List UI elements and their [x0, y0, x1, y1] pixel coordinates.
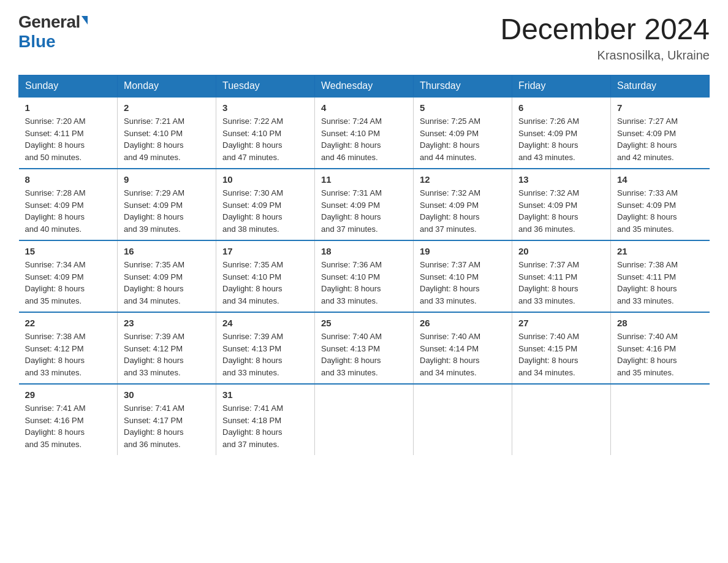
day-info: Sunrise: 7:36 AM Sunset: 4:10 PM Dayligh…	[321, 259, 407, 307]
calendar-week-row: 29Sunrise: 7:41 AM Sunset: 4:16 PM Dayli…	[19, 384, 710, 455]
days-of-week-row: SundayMondayTuesdayWednesdayThursdayFrid…	[19, 75, 710, 98]
logo-blue-text: Blue	[18, 32, 56, 52]
day-number: 27	[518, 318, 604, 328]
day-info: Sunrise: 7:29 AM Sunset: 4:09 PM Dayligh…	[124, 187, 210, 235]
calendar-week-row: 8Sunrise: 7:28 AM Sunset: 4:09 PM Daylig…	[19, 169, 710, 240]
day-number: 19	[420, 246, 506, 256]
day-info: Sunrise: 7:32 AM Sunset: 4:09 PM Dayligh…	[420, 187, 506, 235]
day-info: Sunrise: 7:32 AM Sunset: 4:09 PM Dayligh…	[518, 187, 604, 235]
day-number: 22	[25, 318, 112, 328]
calendar-week-row: 22Sunrise: 7:38 AM Sunset: 4:12 PM Dayli…	[19, 312, 710, 384]
calendar-day-cell: 15Sunrise: 7:34 AM Sunset: 4:09 PM Dayli…	[19, 240, 118, 312]
day-of-week-header: Saturday	[611, 75, 710, 98]
day-of-week-header: Friday	[512, 75, 611, 98]
day-number: 26	[420, 318, 506, 328]
day-number: 12	[420, 174, 506, 185]
day-of-week-header: Tuesday	[216, 75, 315, 98]
calendar-day-cell: 22Sunrise: 7:38 AM Sunset: 4:12 PM Dayli…	[19, 312, 118, 384]
day-info: Sunrise: 7:24 AM Sunset: 4:10 PM Dayligh…	[321, 115, 407, 163]
calendar-week-row: 15Sunrise: 7:34 AM Sunset: 4:09 PM Dayli…	[19, 240, 710, 312]
day-number: 9	[124, 174, 210, 185]
calendar-day-cell: 8Sunrise: 7:28 AM Sunset: 4:09 PM Daylig…	[19, 169, 118, 240]
day-number: 30	[124, 389, 210, 400]
logo-general-text: General	[18, 12, 80, 32]
calendar-day-cell: 24Sunrise: 7:39 AM Sunset: 4:13 PM Dayli…	[216, 312, 315, 384]
day-info: Sunrise: 7:20 AM Sunset: 4:11 PM Dayligh…	[25, 115, 112, 163]
day-number: 25	[321, 318, 407, 328]
calendar-header: SundayMondayTuesdayWednesdayThursdayFrid…	[19, 75, 710, 98]
day-number: 28	[617, 318, 703, 328]
day-number: 24	[222, 318, 308, 328]
day-number: 21	[617, 246, 703, 256]
logo-triangle-icon	[82, 16, 88, 25]
day-number: 23	[124, 318, 210, 328]
day-number: 2	[124, 102, 210, 113]
day-info: Sunrise: 7:33 AM Sunset: 4:09 PM Dayligh…	[617, 187, 703, 235]
day-info: Sunrise: 7:41 AM Sunset: 4:18 PM Dayligh…	[222, 402, 308, 450]
day-number: 16	[124, 246, 210, 256]
calendar-day-cell: 4Sunrise: 7:24 AM Sunset: 4:10 PM Daylig…	[315, 97, 414, 169]
day-number: 29	[25, 389, 112, 400]
day-number: 20	[518, 246, 604, 256]
day-info: Sunrise: 7:35 AM Sunset: 4:09 PM Dayligh…	[124, 259, 210, 307]
day-info: Sunrise: 7:39 AM Sunset: 4:12 PM Dayligh…	[124, 331, 210, 378]
calendar-day-cell: 1Sunrise: 7:20 AM Sunset: 4:11 PM Daylig…	[19, 97, 118, 169]
day-info: Sunrise: 7:40 AM Sunset: 4:14 PM Dayligh…	[420, 331, 506, 378]
day-number: 4	[321, 102, 407, 113]
calendar-day-cell: 6Sunrise: 7:26 AM Sunset: 4:09 PM Daylig…	[512, 97, 611, 169]
calendar-day-cell: 18Sunrise: 7:36 AM Sunset: 4:10 PM Dayli…	[315, 240, 414, 312]
day-number: 18	[321, 246, 407, 256]
day-number: 17	[222, 246, 308, 256]
location-text: Krasnosilka, Ukraine	[500, 48, 710, 63]
calendar-day-cell	[315, 384, 414, 455]
day-info: Sunrise: 7:40 AM Sunset: 4:15 PM Dayligh…	[518, 331, 604, 378]
day-info: Sunrise: 7:22 AM Sunset: 4:10 PM Dayligh…	[222, 115, 308, 163]
calendar-week-row: 1Sunrise: 7:20 AM Sunset: 4:11 PM Daylig…	[19, 97, 710, 169]
day-info: Sunrise: 7:26 AM Sunset: 4:09 PM Dayligh…	[518, 115, 604, 163]
day-info: Sunrise: 7:37 AM Sunset: 4:10 PM Dayligh…	[420, 259, 506, 307]
day-info: Sunrise: 7:35 AM Sunset: 4:10 PM Dayligh…	[222, 259, 308, 307]
calendar-day-cell	[512, 384, 611, 455]
calendar-day-cell: 21Sunrise: 7:38 AM Sunset: 4:11 PM Dayli…	[611, 240, 710, 312]
day-info: Sunrise: 7:21 AM Sunset: 4:10 PM Dayligh…	[124, 115, 210, 163]
calendar-day-cell: 3Sunrise: 7:22 AM Sunset: 4:10 PM Daylig…	[216, 97, 315, 169]
calendar-day-cell: 10Sunrise: 7:30 AM Sunset: 4:09 PM Dayli…	[216, 169, 315, 240]
calendar-day-cell: 12Sunrise: 7:32 AM Sunset: 4:09 PM Dayli…	[414, 169, 512, 240]
day-info: Sunrise: 7:28 AM Sunset: 4:09 PM Dayligh…	[25, 187, 112, 235]
calendar-day-cell: 28Sunrise: 7:40 AM Sunset: 4:16 PM Dayli…	[611, 312, 710, 384]
day-info: Sunrise: 7:41 AM Sunset: 4:17 PM Dayligh…	[124, 402, 210, 450]
calendar-day-cell: 2Sunrise: 7:21 AM Sunset: 4:10 PM Daylig…	[118, 97, 216, 169]
logo: General Blue	[18, 12, 88, 52]
day-number: 7	[617, 102, 703, 113]
day-number: 3	[222, 102, 308, 113]
calendar-table: SundayMondayTuesdayWednesdayThursdayFrid…	[18, 75, 710, 455]
calendar-day-cell: 23Sunrise: 7:39 AM Sunset: 4:12 PM Dayli…	[118, 312, 216, 384]
day-number: 31	[222, 389, 308, 400]
calendar-day-cell: 20Sunrise: 7:37 AM Sunset: 4:11 PM Dayli…	[512, 240, 611, 312]
calendar-day-cell	[611, 384, 710, 455]
day-info: Sunrise: 7:25 AM Sunset: 4:09 PM Dayligh…	[420, 115, 506, 163]
day-info: Sunrise: 7:38 AM Sunset: 4:12 PM Dayligh…	[25, 331, 112, 378]
month-year-title: December 2024	[500, 12, 710, 46]
calendar-day-cell: 26Sunrise: 7:40 AM Sunset: 4:14 PM Dayli…	[414, 312, 512, 384]
day-of-week-header: Wednesday	[315, 75, 414, 98]
day-number: 14	[617, 174, 703, 185]
day-info: Sunrise: 7:38 AM Sunset: 4:11 PM Dayligh…	[617, 259, 703, 307]
day-info: Sunrise: 7:31 AM Sunset: 4:09 PM Dayligh…	[321, 187, 407, 235]
day-info: Sunrise: 7:30 AM Sunset: 4:09 PM Dayligh…	[222, 187, 308, 235]
calendar-day-cell: 17Sunrise: 7:35 AM Sunset: 4:10 PM Dayli…	[216, 240, 315, 312]
day-of-week-header: Monday	[118, 75, 216, 98]
day-number: 13	[518, 174, 604, 185]
calendar-day-cell: 13Sunrise: 7:32 AM Sunset: 4:09 PM Dayli…	[512, 169, 611, 240]
day-number: 8	[25, 174, 112, 185]
calendar-day-cell: 29Sunrise: 7:41 AM Sunset: 4:16 PM Dayli…	[19, 384, 118, 455]
day-info: Sunrise: 7:37 AM Sunset: 4:11 PM Dayligh…	[518, 259, 604, 307]
page-header: General Blue December 2024 Krasnosilka, …	[18, 12, 710, 63]
calendar-day-cell: 11Sunrise: 7:31 AM Sunset: 4:09 PM Dayli…	[315, 169, 414, 240]
title-area: December 2024 Krasnosilka, Ukraine	[500, 12, 710, 63]
calendar-day-cell: 25Sunrise: 7:40 AM Sunset: 4:13 PM Dayli…	[315, 312, 414, 384]
day-info: Sunrise: 7:27 AM Sunset: 4:09 PM Dayligh…	[617, 115, 703, 163]
day-info: Sunrise: 7:40 AM Sunset: 4:16 PM Dayligh…	[617, 331, 703, 378]
calendar-day-cell: 19Sunrise: 7:37 AM Sunset: 4:10 PM Dayli…	[414, 240, 512, 312]
day-number: 10	[222, 174, 308, 185]
